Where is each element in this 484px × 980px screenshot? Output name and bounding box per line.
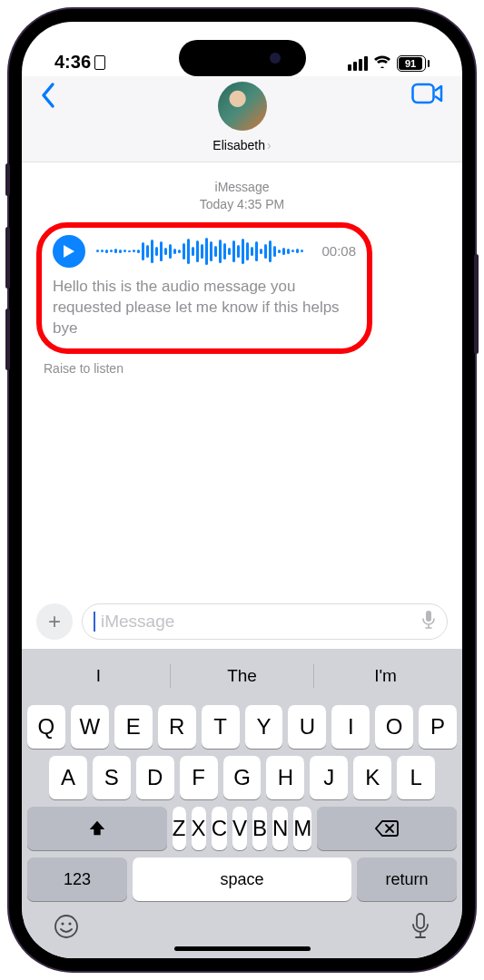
power-button <box>474 254 479 354</box>
text-cursor <box>94 612 95 632</box>
clock-text: 4:36 <box>54 52 91 73</box>
raise-to-listen-hint: Raise to listen <box>44 361 448 376</box>
key-g[interactable]: G <box>223 756 262 799</box>
emoji-key[interactable] <box>53 913 80 946</box>
silent-switch <box>5 163 10 196</box>
contact-avatar[interactable] <box>218 82 267 131</box>
key-z[interactable]: Z <box>173 807 186 850</box>
contact-name-button[interactable]: Elisabeth › <box>40 138 444 152</box>
message-input[interactable]: iMessage <box>82 603 448 640</box>
numbers-key[interactable]: 123 <box>27 858 127 901</box>
return-key[interactable]: return <box>357 858 457 901</box>
key-b[interactable]: B <box>252 807 267 850</box>
audio-transcription: Hello this is the audio message you requ… <box>53 277 356 339</box>
sim-icon <box>94 55 105 70</box>
key-x[interactable]: X <box>192 807 206 850</box>
battery-icon: 91 <box>397 55 430 72</box>
svg-point-3 <box>61 922 64 925</box>
key-l[interactable]: L <box>397 756 435 799</box>
dictation-icon[interactable] <box>421 610 436 633</box>
keyboard: I The I'm QWERTYUIOP ASDFGHJKL ZXCVBNM 1… <box>22 649 462 958</box>
shift-key[interactable] <box>27 807 167 850</box>
key-i[interactable]: I <box>331 705 370 749</box>
back-button[interactable] <box>40 82 56 114</box>
suggestion-3[interactable]: I'm <box>314 666 457 686</box>
suggestion-1[interactable]: I <box>27 666 170 686</box>
battery-level: 91 <box>399 57 422 70</box>
suggestion-bar: I The I'm <box>27 654 457 698</box>
chevron-right-icon: › <box>267 138 272 152</box>
key-m[interactable]: M <box>293 807 311 850</box>
svg-point-4 <box>68 922 71 925</box>
key-y[interactable]: Y <box>245 705 283 749</box>
svg-point-2 <box>55 916 77 937</box>
key-h[interactable]: H <box>266 756 304 799</box>
attach-button[interactable]: + <box>36 603 73 640</box>
dynamic-island <box>179 40 306 76</box>
key-c[interactable]: C <box>212 807 227 850</box>
play-button[interactable] <box>53 235 85 268</box>
key-v[interactable]: V <box>232 807 247 850</box>
suggestion-2[interactable]: The <box>171 666 313 686</box>
annotation-highlight: 00:08 Hello this is the audio message yo… <box>36 222 372 354</box>
space-key[interactable]: space <box>133 858 351 901</box>
svg-rect-1 <box>426 611 431 622</box>
key-w[interactable]: W <box>71 705 109 749</box>
key-s[interactable]: S <box>93 756 131 799</box>
wifi-icon <box>373 54 391 73</box>
volume-up <box>5 227 10 289</box>
dictation-key[interactable] <box>410 912 431 947</box>
facetime-button[interactable] <box>411 82 444 109</box>
compose-bar: + iMessage <box>22 596 462 649</box>
delete-key[interactable] <box>317 807 457 850</box>
key-t[interactable]: T <box>202 705 240 749</box>
key-e[interactable]: E <box>114 705 153 749</box>
thread-timestamp: iMessage Today 4:35 PM <box>36 179 448 213</box>
volume-down <box>5 309 10 370</box>
audio-message-bubble[interactable]: 00:08 Hello this is the audio message yo… <box>53 235 356 339</box>
key-o[interactable]: O <box>375 705 413 749</box>
message-placeholder: iMessage <box>101 612 416 632</box>
home-indicator[interactable] <box>174 946 311 951</box>
key-p[interactable]: P <box>419 705 457 749</box>
key-j[interactable]: J <box>310 756 348 799</box>
key-q[interactable]: Q <box>27 705 65 749</box>
conversation-body[interactable]: iMessage Today 4:35 PM 00:08 Hello this … <box>22 162 462 596</box>
audio-duration: 00:08 <box>321 243 356 259</box>
contact-name: Elisabeth <box>212 138 265 152</box>
svg-rect-5 <box>417 914 424 928</box>
audio-waveform[interactable] <box>96 236 311 267</box>
key-u[interactable]: U <box>288 705 326 749</box>
key-k[interactable]: K <box>353 756 391 799</box>
key-a[interactable]: A <box>49 756 87 799</box>
key-r[interactable]: R <box>158 705 196 749</box>
iphone-frame: 4:36 91 <box>9 9 475 971</box>
status-time: 4:36 <box>54 52 105 73</box>
conversation-header: Elisabeth › <box>22 76 462 162</box>
key-f[interactable]: F <box>180 756 218 799</box>
svg-rect-0 <box>413 84 434 103</box>
key-n[interactable]: N <box>272 807 288 850</box>
key-d[interactable]: D <box>136 756 174 799</box>
cellular-icon <box>348 56 368 71</box>
